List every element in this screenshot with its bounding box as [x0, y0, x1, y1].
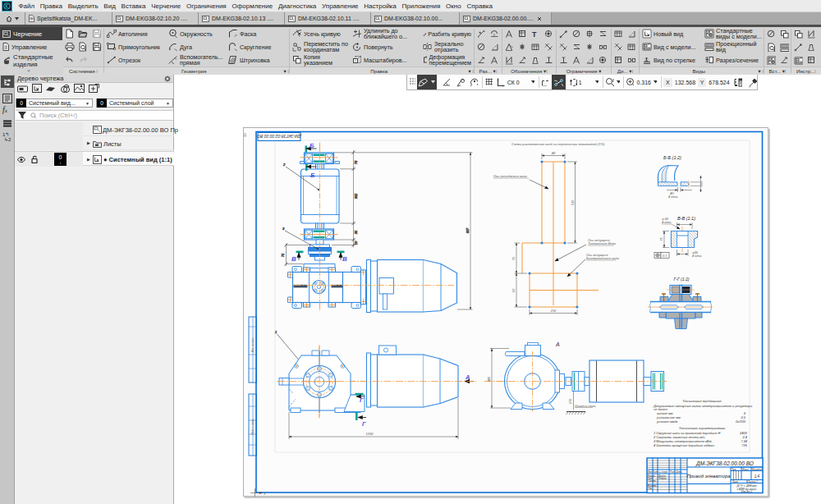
- svg-text:В: В: [291, 255, 296, 263]
- svg-text:Изм Лист: Изм Лист: [648, 470, 658, 474]
- svg-text:Лит.: Лит.: [731, 468, 736, 471]
- svg-text:1290: 1290: [366, 432, 374, 436]
- svg-text:75: 75: [659, 237, 663, 241]
- svg-text:Инв. № подл.: Инв. № подл.: [251, 337, 255, 353]
- svg-text:Утв.: Утв.: [648, 487, 653, 490]
- svg-text:78: 78: [354, 160, 358, 164]
- svg-text:№ докум.: № докум.: [658, 470, 668, 474]
- svg-text:172: 172: [568, 398, 572, 404]
- svg-text:Масштаб: Масштаб: [752, 468, 763, 471]
- svg-text:Подп. и дата: Подп. и дата: [251, 419, 255, 434]
- svg-text:Г: Г: [360, 396, 364, 404]
- svg-text:Листов 1: Листов 1: [747, 480, 758, 483]
- svg-text:75: 75: [511, 256, 516, 260]
- svg-text:607: 607: [466, 227, 470, 233]
- svg-text:75: 75: [281, 253, 285, 257]
- svg-text:Тихоходного Вала: Тихоходного Вала: [588, 241, 617, 245]
- svg-text:Технические требования: Технические требования: [682, 399, 722, 403]
- svg-text:Б-Б (1:2): Б-Б (1:2): [663, 155, 681, 160]
- svg-text:362: 362: [354, 193, 358, 199]
- svg-text:Быстроходного вала: Быстроходного вала: [586, 256, 620, 260]
- svg-text:725: 725: [741, 443, 747, 447]
- svg-text:50: 50: [511, 288, 516, 292]
- svg-text:4 отв.: 4 отв.: [692, 254, 702, 258]
- svg-text:Ось подъёмного вала: Ось подъёмного вала: [493, 174, 528, 178]
- svg-text:0х/100: 0х/100: [736, 419, 746, 424]
- svg-text:гбм-Экг-1: гбм-Экг-1: [741, 490, 753, 493]
- svg-text:Схема расположения осей на пер: Схема расположения осей на пересечении п…: [511, 142, 605, 146]
- svg-text:1:4: 1:4: [754, 474, 760, 479]
- svg-text:Петров: Петров: [658, 477, 667, 480]
- svg-text:Т.контр.: Т.контр.: [648, 479, 657, 483]
- svg-text:Б: Б: [310, 172, 315, 179]
- svg-text:А: А: [465, 373, 470, 381]
- svg-text:Техническая характеристика: Техническая характеристика: [679, 426, 726, 430]
- svg-text:4 Частота вращения барабана об: 4 Частота вращения барабана об/мин: [654, 443, 715, 447]
- svg-text:Уровень пола: Уровень пола: [575, 404, 596, 408]
- svg-text:35: 35: [354, 230, 358, 234]
- svg-text:В-В (1:1): В-В (1:1): [677, 216, 695, 221]
- svg-text:510: 510: [571, 199, 575, 205]
- svg-text:10: 10: [354, 241, 358, 245]
- svg-text:X: X: [263, 492, 266, 496]
- svg-text:Подп.: Подп.: [670, 470, 676, 474]
- svg-text:угловое мм/м: угловое мм/м: [656, 419, 678, 424]
- svg-text:ДМ-ЭКГ38-02.00.00 ВО: ДМ-ЭКГ38-02.00.00 ВО: [695, 460, 754, 467]
- svg-text:Лист: Лист: [732, 480, 739, 483]
- svg-text:Н.контр.: Н.контр.: [648, 484, 657, 488]
- svg-text:ДМ-ЭКГ38-02.00.00 ВО: ДМ-ЭКГ38-02.00.00 ВО: [257, 134, 302, 139]
- svg-text:48: 48: [552, 151, 556, 155]
- svg-text:Г: Г: [362, 420, 366, 428]
- svg-text:Б: Б: [310, 142, 314, 149]
- svg-text:0.1: 0.1: [663, 254, 667, 258]
- svg-text:Масса: Масса: [742, 468, 749, 471]
- svg-text:4 отв.: 4 отв.: [662, 220, 672, 224]
- svg-text:1: 1: [275, 330, 277, 334]
- svg-text:210: 210: [550, 309, 557, 313]
- svg-text:Привод элеватора: Привод элеватора: [686, 474, 731, 479]
- svg-text:4 отв.: 4 отв.: [668, 195, 678, 199]
- svg-text:А: А: [555, 341, 560, 347]
- svg-text:Г-Г (1:2): Г-Г (1:2): [674, 277, 690, 282]
- svg-text:Дата: Дата: [676, 470, 682, 474]
- svg-text:В: В: [342, 255, 347, 263]
